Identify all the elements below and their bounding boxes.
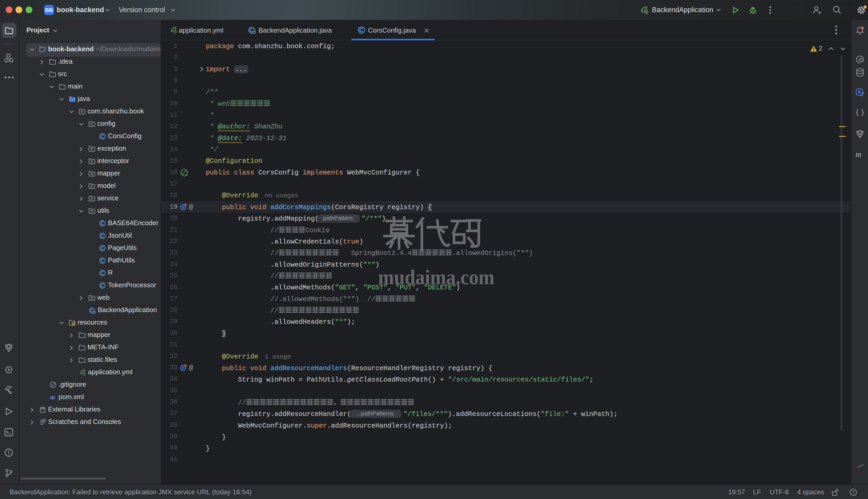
svg-text:@: @ [189,204,193,211]
svg-text:m: m [50,394,55,401]
svg-text:@: @ [189,364,193,372]
svg-text:m: m [856,150,861,159]
